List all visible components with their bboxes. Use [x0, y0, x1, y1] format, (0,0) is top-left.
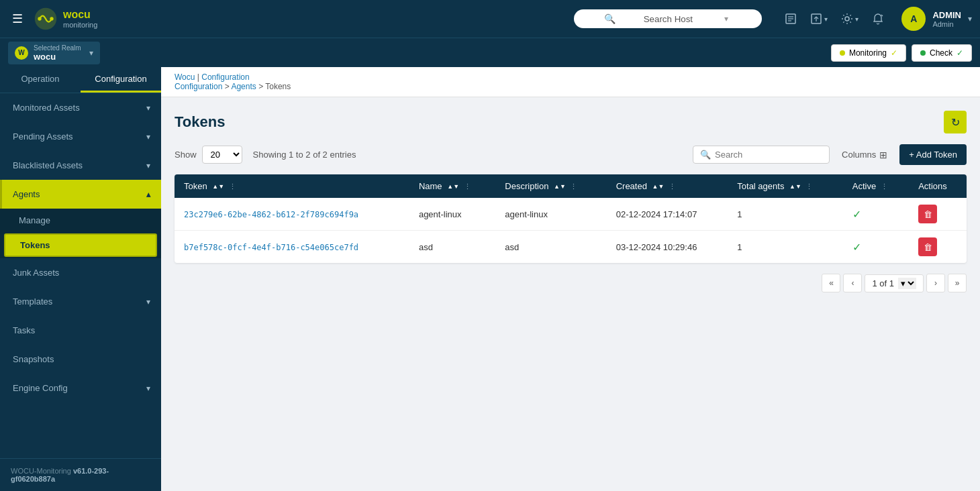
breadcrumb-link-agents[interactable]: Agents: [231, 82, 256, 91]
monitoring-dot: [840, 50, 845, 56]
col-created: Created ▲▼ ⋮: [607, 174, 728, 198]
monitoring-label: Monitoring: [849, 48, 887, 58]
cell-total-agents-0: 1: [728, 198, 842, 231]
search-host-chevron: ▾: [700, 14, 753, 23]
cell-name-0: agent-linux: [409, 198, 495, 231]
col-token: Token ▲▼ ⋮: [175, 174, 409, 198]
col-total-agents: Total agents ▲▼ ⋮: [728, 174, 842, 198]
col-actions: Actions: [909, 174, 967, 198]
admin-name: ADMIN: [932, 10, 961, 20]
settings-button[interactable]: ▾: [836, 9, 864, 29]
svg-point-9: [845, 17, 849, 21]
chevron-down-icon: ▾: [146, 161, 150, 170]
sidebar-item-templates[interactable]: Templates ▾: [0, 287, 161, 316]
monitoring-status-button[interactable]: Monitoring ✓: [831, 44, 906, 62]
check-label: Check: [930, 48, 952, 58]
cell-token-0: 23c279e6-62be-4862-b612-2f789c694f9a: [175, 198, 409, 231]
chevron-down-icon: ▾: [146, 103, 150, 113]
reports-button[interactable]: [779, 9, 802, 29]
breadcrumb-link-configuration2[interactable]: Configuration: [175, 82, 222, 91]
sidebar-item-snapshots[interactable]: Snapshots: [0, 345, 161, 374]
sidebar-item-blacklisted-assets[interactable]: Blacklisted Assets ▾: [0, 151, 161, 180]
sidebar: Operation Configuration Monitored Assets…: [0, 67, 161, 491]
grip-icon: ⋮: [464, 182, 471, 190]
chevron-down-icon: ▾: [146, 132, 150, 142]
sidebar-item-pending-assets[interactable]: Pending Assets ▾: [0, 122, 161, 151]
admin-area[interactable]: A ADMIN Admin ▾: [901, 7, 972, 31]
table-row: b7ef578c-0fcf-4e4f-b716-c54e065ce7fd asd…: [175, 231, 967, 264]
export-chevron: ▾: [824, 15, 828, 23]
refresh-button[interactable]: ↻: [944, 111, 967, 133]
breadcrumb: Wocu | Configuration Configuration > Age…: [161, 67, 980, 97]
col-description: Description ▲▼ ⋮: [495, 174, 606, 198]
page-prev-button[interactable]: ‹: [843, 274, 862, 292]
realm-bar: W Selected Realm wocu ▾ Monitoring ✓ Che…: [0, 38, 980, 67]
page-last-button[interactable]: »: [948, 274, 967, 292]
search-icon: 🔍: [700, 150, 711, 160]
sort-icon[interactable]: ▲▼: [447, 184, 459, 190]
content-area: Wocu | Configuration Configuration > Age…: [161, 67, 980, 491]
monitoring-check-icon: ✓: [891, 48, 897, 58]
delete-button-0[interactable]: 🗑: [918, 205, 937, 223]
table-toolbar: Show 20 50 100 Showing 1 to 2 of 2 entri…: [175, 144, 967, 165]
avatar: A: [901, 7, 926, 31]
token-link-0[interactable]: 23c279e6-62be-4862-b612-2f789c694f9a: [184, 210, 358, 219]
settings-chevron: ▾: [855, 15, 859, 23]
tab-operation[interactable]: Operation: [0, 67, 81, 93]
topnav-icons: ▾ ▾: [779, 9, 889, 29]
agents-submenu: Manage Tokens: [0, 209, 161, 258]
export-button[interactable]: ▾: [805, 9, 833, 29]
check-status-button[interactable]: Check ✓: [912, 44, 972, 62]
cell-active-1: ✓: [843, 231, 909, 264]
search-input[interactable]: [715, 150, 822, 160]
breadcrumb-current: Tokens: [265, 82, 291, 91]
show-select[interactable]: 20 50 100: [202, 146, 242, 164]
check-dot: [920, 50, 926, 56]
search-host-bar[interactable]: 🔍 Search Host ▾: [574, 9, 762, 28]
breadcrumb-link-configuration[interactable]: Configuration: [201, 72, 249, 82]
realm-selector[interactable]: W Selected Realm wocu ▾: [8, 42, 100, 64]
grip-icon: ⋮: [805, 182, 813, 190]
grip-icon: ⋮: [669, 182, 676, 190]
columns-button[interactable]: Columns ⊞: [836, 146, 893, 164]
delete-button-1[interactable]: 🗑: [918, 237, 937, 256]
sidebar-item-tasks[interactable]: Tasks: [0, 316, 161, 345]
logo-area: wocu monitoring: [34, 7, 97, 31]
chevron-down-icon: ▾: [146, 384, 150, 393]
search-icon: 🔍: [583, 13, 636, 24]
show-entries: Show 20 50 100: [175, 146, 242, 164]
sidebar-item-agents[interactable]: Agents ▴: [0, 180, 161, 209]
sort-icon[interactable]: ▲▼: [789, 184, 801, 190]
breadcrumb-link-wocu[interactable]: Wocu: [175, 72, 195, 82]
sidebar-subitem-manage[interactable]: Manage: [0, 209, 161, 232]
add-token-button[interactable]: + Add Token: [899, 144, 967, 165]
page-first-button[interactable]: «: [822, 274, 840, 292]
notifications-button[interactable]: [867, 9, 889, 29]
admin-info: ADMIN Admin: [932, 10, 961, 28]
page-next-button[interactable]: ›: [926, 274, 945, 292]
cell-description-1: asd: [495, 231, 606, 264]
hamburger-button[interactable]: ☰: [8, 7, 27, 30]
page-select[interactable]: ▾: [898, 278, 916, 289]
check-check-icon: ✓: [957, 48, 963, 58]
chevron-down-icon: ▾: [146, 297, 150, 307]
sidebar-item-engine-config[interactable]: Engine Config ▾: [0, 374, 161, 402]
search-box: 🔍: [693, 146, 830, 164]
sort-icon[interactable]: ▲▼: [212, 184, 224, 190]
sort-icon[interactable]: ▲▼: [652, 184, 665, 190]
cell-description-0: agent-linux: [495, 198, 606, 231]
realm-icon: W: [15, 46, 28, 60]
realm-info: Selected Realm wocu: [34, 44, 81, 62]
breadcrumb-top: Wocu | Configuration: [175, 72, 967, 82]
columns-grid-icon: ⊞: [879, 150, 887, 160]
page-header: Tokens ↻: [175, 111, 967, 133]
breadcrumb-path: Configuration > Agents > Tokens: [175, 82, 967, 91]
token-link-1[interactable]: b7ef578c-0fcf-4e4f-b716-c54e065ce7fd: [184, 243, 358, 252]
sort-icon[interactable]: ▲▼: [554, 184, 566, 190]
tab-configuration[interactable]: Configuration: [81, 67, 161, 93]
sidebar-subitem-tokens[interactable]: Tokens: [4, 233, 157, 257]
realm-label: Selected Realm: [34, 44, 81, 52]
main-layout: Operation Configuration Monitored Assets…: [0, 67, 980, 491]
sidebar-item-junk-assets[interactable]: Junk Assets: [0, 258, 161, 287]
sidebar-item-monitored-assets[interactable]: Monitored Assets ▾: [0, 93, 161, 122]
